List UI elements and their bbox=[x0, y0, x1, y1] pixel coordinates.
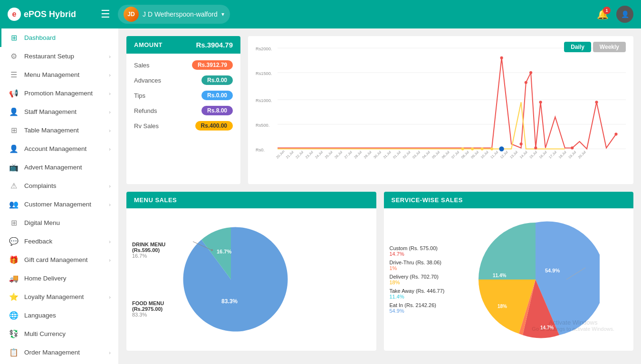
svg-text:Rs1000.: Rs1000. bbox=[256, 98, 272, 103]
chart-toggle: Daily Weekly bbox=[564, 42, 626, 52]
sidebar-icon-digital-menu: ⊞ bbox=[9, 218, 19, 227]
sidebar-item-complaints[interactable]: ⚠ Complaints › bbox=[0, 177, 118, 195]
sidebar-item-dashboard[interactable]: ⊞ Dashboard bbox=[0, 28, 118, 47]
svg-text:18.Jul: 18.Jul bbox=[558, 150, 567, 159]
sidebar-item-languages[interactable]: 🌐 Languages bbox=[0, 306, 118, 325]
svg-text:27.Jul: 27.Jul bbox=[344, 150, 353, 159]
svg-point-11 bbox=[529, 71, 532, 74]
user-avatar[interactable]: 👤 bbox=[616, 6, 633, 23]
svg-text:18%: 18% bbox=[497, 304, 507, 309]
takeaway-name: Take Away (Rs. 446.77) bbox=[390, 288, 466, 294]
svg-text:07.Jul: 07.Jul bbox=[450, 150, 460, 159]
svg-text:16.Jul: 16.Jul bbox=[538, 150, 548, 159]
chevron-icon-table-management: › bbox=[109, 128, 111, 133]
drivethru-name: Drive-Thru (Rs. 38.06) bbox=[390, 260, 466, 265]
sidebar-item-table-management[interactable]: ⊞ Table Management › bbox=[0, 121, 118, 140]
svg-text:17.Jul: 17.Jul bbox=[548, 150, 557, 159]
svg-point-20 bbox=[481, 148, 484, 150]
svg-text:Rs500.: Rs500. bbox=[256, 123, 269, 128]
sidebar-label-complaints: Complaints bbox=[24, 182, 103, 189]
amount-row-3: Refunds Rs.8.00 bbox=[126, 103, 240, 118]
sidebar-item-staff-management[interactable]: 👤 Staff Management › bbox=[0, 103, 118, 121]
eatin-pct: 54.9% bbox=[390, 308, 466, 314]
sidebar-item-account-management[interactable]: 👤 Account Management › bbox=[0, 140, 118, 158]
svg-point-16 bbox=[571, 147, 574, 149]
sidebar-label-home-delivery: Home Delivery bbox=[24, 275, 111, 282]
amount-rows: Sales Rs.3912.79 Advances Rs.0.00 Tips R… bbox=[126, 54, 240, 137]
amount-row-4: Rv Sales Rs.400.00 bbox=[126, 118, 240, 133]
svg-text:13.Jul: 13.Jul bbox=[509, 150, 518, 159]
logo-text: ePOS Hybrid bbox=[24, 9, 76, 19]
sidebar-label-customer-management: Customer Management bbox=[24, 201, 103, 208]
sidebar-item-restaurant-setup[interactable]: ⚙ Restaurant Setup › bbox=[0, 47, 118, 65]
chevron-icon-customer-management: › bbox=[109, 202, 111, 207]
chevron-down-icon: ▾ bbox=[221, 11, 224, 18]
sidebar-icon-loyalty-management: ⭐ bbox=[9, 292, 19, 301]
menu-sales-header: MENU SALES bbox=[126, 192, 376, 208]
service-legend: Custom (Rs. 575.00) 14.7% Drive-Thru (Rs… bbox=[390, 245, 466, 314]
menu-pie-chart: 83.3% 16.7% bbox=[169, 218, 293, 341]
svg-text:10.Jul: 10.Jul bbox=[480, 150, 489, 159]
sidebar-item-customer-management[interactable]: 👥 Customer Management › bbox=[0, 195, 118, 214]
amount-label-4: Rv Sales bbox=[134, 122, 159, 130]
sidebar-label-table-management: Table Management bbox=[24, 127, 103, 134]
sidebar-item-digital-menu[interactable]: ⊞ Digital Menu bbox=[0, 214, 118, 232]
sidebar-icon-staff-management: 👤 bbox=[9, 107, 19, 116]
amount-badge-0: Rs.3912.79 bbox=[192, 60, 233, 70]
svg-text:14.Jul: 14.Jul bbox=[519, 150, 528, 159]
chevron-icon-account-management: › bbox=[109, 146, 111, 152]
sidebar: ⊞ Dashboard ⚙ Restaurant Setup › ☰ Menu … bbox=[0, 28, 119, 364]
bottom-row: MENU SALES DRINK MENU (Rs.595.00) 16.7% … bbox=[126, 192, 633, 351]
amount-row-1: Advances Rs.0.00 bbox=[126, 73, 240, 88]
sidebar-icon-table-management: ⊞ bbox=[9, 126, 19, 135]
sidebar-item-home-delivery[interactable]: 🚚 Home Delivery bbox=[0, 269, 118, 288]
sidebar-item-loyalty-management[interactable]: ⭐ Loyalty Management › bbox=[0, 288, 118, 306]
venue-selector[interactable]: JD J D Wetherspoon-walford ▾ bbox=[118, 5, 230, 24]
amount-label-3: Refunds bbox=[134, 107, 157, 114]
svg-point-10 bbox=[500, 56, 503, 59]
svg-text:19.Jul: 19.Jul bbox=[567, 150, 577, 159]
service-sales-header: SERVICE-WISE SALES bbox=[384, 192, 634, 208]
svg-text:02.Jul: 02.Jul bbox=[402, 150, 411, 159]
sidebar-label-staff-management: Staff Management bbox=[24, 108, 103, 115]
svg-text:54.9%: 54.9% bbox=[545, 268, 560, 273]
custom-legend: Custom (Rs. 575.00) 14.7% bbox=[390, 245, 466, 257]
weekly-button[interactable]: Weekly bbox=[593, 42, 626, 52]
notification-button[interactable]: 🔔 1 bbox=[597, 9, 609, 20]
amount-label-2: Tips bbox=[134, 92, 145, 99]
amount-badge-4: Rs.400.00 bbox=[195, 121, 233, 131]
amount-row-0: Sales Rs.3912.79 bbox=[126, 57, 240, 73]
delivery-pct: 18% bbox=[390, 280, 466, 285]
sidebar-item-advert-management[interactable]: 📺 Advert Management bbox=[0, 158, 118, 177]
amount-card: AMOUNT Rs.3904.79 Sales Rs.3912.79 Advan… bbox=[126, 36, 240, 184]
svg-point-17 bbox=[595, 101, 598, 103]
svg-text:12.Jul: 12.Jul bbox=[499, 150, 509, 159]
food-menu-name: FOOD MENU bbox=[132, 300, 165, 306]
svg-text:04.Jul: 04.Jul bbox=[421, 150, 431, 159]
svg-text:15.Jul: 15.Jul bbox=[528, 150, 538, 159]
hamburger-icon[interactable]: ☰ bbox=[101, 8, 110, 20]
svg-text:30.Jul: 30.Jul bbox=[373, 150, 382, 159]
amount-badge-3: Rs.8.00 bbox=[201, 106, 233, 115]
sidebar-item-multi-currency[interactable]: 💱 Multi Currency bbox=[0, 325, 118, 343]
sidebar-item-order-management[interactable]: 📋 Order Management › bbox=[0, 343, 118, 362]
svg-text:23.Jul: 23.Jul bbox=[305, 150, 314, 159]
svg-text:01.Jul: 01.Jul bbox=[392, 150, 402, 159]
sidebar-item-promotion-management[interactable]: 📢 Promotion Management › bbox=[0, 84, 118, 103]
daily-button[interactable]: Daily bbox=[564, 42, 591, 52]
content-area: AMOUNT Rs.3904.79 Sales Rs.3912.79 Advan… bbox=[119, 28, 641, 364]
sidebar-item-menu-management[interactable]: ☰ Menu Management › bbox=[0, 65, 118, 84]
takeaway-legend: Take Away (Rs. 446.77) 11.4% bbox=[390, 288, 466, 299]
topnav: ePOS Hybrid ☰ JD J D Wetherspoon-walford… bbox=[0, 0, 641, 28]
sidebar-label-advert-management: Advert Management bbox=[24, 164, 111, 171]
svg-text:11.Jul: 11.Jul bbox=[489, 150, 499, 159]
chevron-icon-menu-management: › bbox=[109, 72, 111, 78]
top-row: AMOUNT Rs.3904.79 Sales Rs.3912.79 Advan… bbox=[126, 36, 633, 184]
svg-text:24.Jul: 24.Jul bbox=[314, 150, 324, 159]
menu-sales-card: MENU SALES DRINK MENU (Rs.595.00) 16.7% … bbox=[126, 192, 376, 351]
sidebar-icon-promotion-management: 📢 bbox=[9, 89, 19, 98]
svg-text:11.4%: 11.4% bbox=[493, 273, 506, 278]
sidebar-item-feedback[interactable]: 💬 Feedback › bbox=[0, 232, 118, 251]
svg-text:22.Jul: 22.Jul bbox=[295, 150, 304, 159]
sidebar-item-gift-card-management[interactable]: 🎁 Gift card Management › bbox=[0, 251, 118, 269]
